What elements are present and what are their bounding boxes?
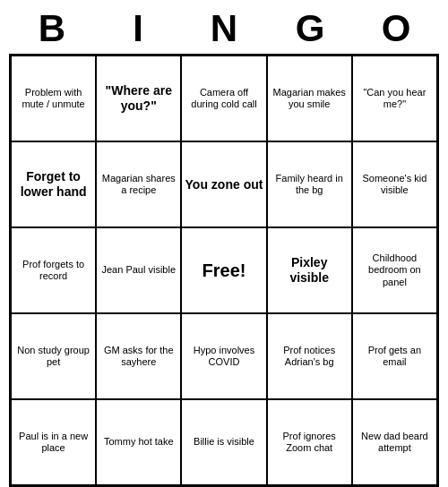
title-letter: O: [373, 7, 419, 50]
bingo-cell: "Can you hear me?": [352, 56, 437, 141]
bingo-cell: Magarian makes you smile: [267, 56, 352, 141]
bingo-cell: Paul is in a new place: [11, 399, 96, 485]
bingo-cell: Free!: [181, 227, 266, 313]
bingo-cell: Magarian shares a recipe: [96, 141, 181, 227]
bingo-cell: Prof forgets to record: [11, 227, 96, 313]
title-letter: I: [115, 7, 161, 50]
bingo-cell: Family heard in the bg: [267, 141, 352, 227]
bingo-cell: New dad beard attempt: [352, 399, 437, 485]
title-letter: B: [29, 7, 75, 50]
bingo-cell: "Where are you?": [96, 56, 181, 141]
bingo-cell: Prof gets an email: [352, 313, 437, 399]
bingo-cell: Prof notices Adrian's bg: [267, 313, 352, 399]
bingo-cell: Tommy hot take: [96, 399, 181, 485]
bingo-cell: Billie is visible: [181, 399, 266, 485]
bingo-cell: Pixley visible: [267, 227, 352, 313]
bingo-cell: Non study group pet: [11, 313, 96, 399]
title-letter: G: [287, 7, 333, 50]
bingo-cell: Camera off during cold call: [181, 56, 266, 141]
bingo-title: BINGO: [9, 0, 439, 54]
bingo-cell: Prof ignores Zoom chat: [267, 399, 352, 485]
bingo-cell: Childhood bedroom on panel: [352, 227, 437, 313]
bingo-cell: You zone out: [181, 141, 266, 227]
bingo-cell: Forget to lower hand: [11, 141, 96, 227]
bingo-cell: Jean Paul visible: [96, 227, 181, 313]
bingo-cell: Someone's kid visible: [352, 141, 437, 227]
bingo-cell: Hypo involves COVID: [181, 313, 266, 399]
title-letter: N: [201, 7, 247, 50]
bingo-cell: GM asks for the sayhere: [96, 313, 181, 399]
bingo-cell: Problem with mute / unmute: [11, 56, 96, 141]
bingo-grid: Problem with mute / unmute"Where are you…: [9, 54, 439, 487]
